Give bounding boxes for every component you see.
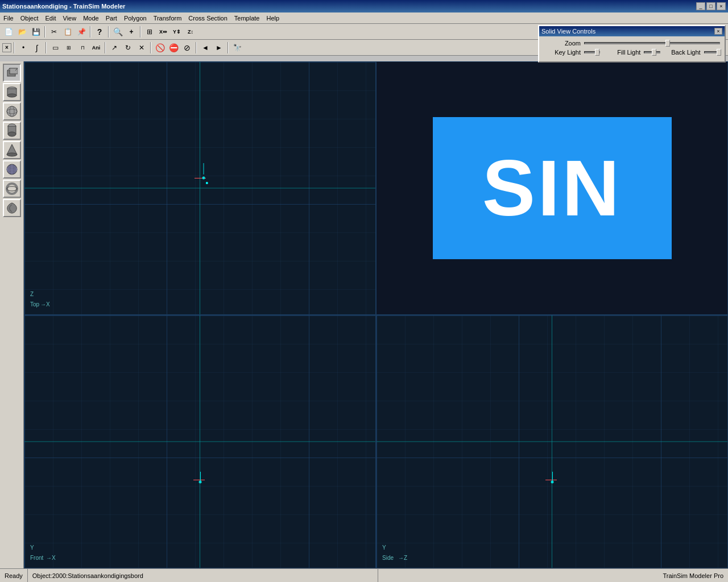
stop1-button[interactable]: 🚫 xyxy=(154,41,166,54)
snap-x-button[interactable]: X⇔ xyxy=(157,26,169,38)
window-controls: _ □ × xyxy=(696,2,726,10)
menu-transform[interactable]: Transform xyxy=(150,14,185,23)
prev-button[interactable]: ◄ xyxy=(199,41,212,54)
new-button[interactable]: 📄 xyxy=(2,26,15,38)
next-button[interactable]: ► xyxy=(213,41,225,54)
side-view-grid xyxy=(377,315,727,568)
key2-button[interactable]: ↻ xyxy=(122,41,134,54)
select-point-button[interactable]: • xyxy=(17,41,30,54)
viewport-top[interactable]: Z Top →X xyxy=(24,61,376,315)
key-light-slider[interactable] xyxy=(584,51,600,53)
svg-point-14 xyxy=(7,153,17,156)
animate-button[interactable]: Ani xyxy=(90,41,102,54)
side-origin-dot xyxy=(551,481,553,484)
key1-button[interactable]: ↗ xyxy=(108,41,121,54)
measure-button[interactable]: ⊞ xyxy=(63,41,75,54)
separator-3 xyxy=(108,26,109,38)
side-cross-h xyxy=(545,480,557,480)
shape-box-button[interactable] xyxy=(3,64,21,82)
top-view-x-axis: →X xyxy=(40,301,50,307)
solid-controls-close[interactable]: × xyxy=(714,28,722,35)
select-rect-button[interactable]: ▭ xyxy=(49,41,61,54)
minimize-button[interactable]: _ xyxy=(696,2,705,10)
paste-button[interactable]: 📌 xyxy=(75,26,88,38)
separator-2 xyxy=(90,26,91,38)
toolbar2-close[interactable]: × xyxy=(2,43,11,52)
svg-line-2 xyxy=(7,68,10,70)
menu-template[interactable]: Template xyxy=(231,14,263,23)
shape-shell-button[interactable] xyxy=(3,199,21,217)
menu-view[interactable]: View xyxy=(60,14,80,23)
copy-button[interactable]: 📋 xyxy=(61,26,74,38)
key3-button[interactable]: ✕ xyxy=(135,41,148,54)
save-button[interactable]: 💾 xyxy=(30,26,42,38)
grid-button[interactable]: ⊞ xyxy=(143,26,156,38)
menu-mode[interactable]: Mode xyxy=(80,14,102,23)
fill-light-slider[interactable] xyxy=(644,51,660,53)
front-cross-h xyxy=(193,480,205,480)
viewport-front[interactable]: Y Front →X xyxy=(24,315,376,568)
menu-file[interactable]: File xyxy=(0,14,17,23)
menu-help[interactable]: Help xyxy=(263,14,283,23)
fill-light-label: Fill Light xyxy=(603,49,640,56)
zoom-region-button[interactable]: 🔍 xyxy=(111,26,124,38)
normal-button[interactable]: ⊓ xyxy=(76,41,89,54)
status-bar: Ready Object:2000:Stationsaankondigingsb… xyxy=(0,568,728,582)
shape-globe-button[interactable] xyxy=(3,160,21,178)
shape-panel xyxy=(0,61,24,568)
origin-dot xyxy=(202,177,205,180)
menu-object[interactable]: Object xyxy=(17,14,42,23)
top-view-grid xyxy=(24,62,375,314)
shape-torus-button[interactable] xyxy=(3,180,21,198)
back-light-slider[interactable] xyxy=(704,51,720,53)
select-curve-button[interactable]: ∫ xyxy=(31,41,43,54)
shape-capsule-button[interactable] xyxy=(3,122,21,140)
cross-v xyxy=(203,163,204,174)
zoom-slider[interactable] xyxy=(584,42,720,44)
shape-sphere-button[interactable] xyxy=(3,102,21,120)
solid-controls-body: Zoom Key Light Fill Light Back Light xyxy=(539,36,725,61)
cylinder-icon xyxy=(6,85,18,99)
sphere-icon xyxy=(6,105,18,118)
top-view-label: Top xyxy=(30,301,39,307)
shape-cylinder-button[interactable] xyxy=(3,83,21,101)
key-light-slider-thumb[interactable] xyxy=(595,49,599,56)
snap-y-button[interactable]: Y⇕ xyxy=(171,26,183,38)
maximize-button[interactable]: □ xyxy=(706,2,715,10)
back-light-slider-thumb[interactable] xyxy=(717,49,721,56)
shell-icon xyxy=(6,202,18,214)
separator-4 xyxy=(140,26,141,38)
solid-controls-titlebar[interactable]: Solid View Controls × xyxy=(539,26,725,36)
main-viewport-area: Z Top →X SIN Y Fro xyxy=(24,61,728,568)
separator-1 xyxy=(44,26,46,38)
help-button[interactable]: ? xyxy=(93,26,106,38)
menu-part[interactable]: Part xyxy=(102,14,121,23)
menu-edit[interactable]: Edit xyxy=(42,14,60,23)
viewport-solid[interactable]: SIN xyxy=(376,61,728,315)
snap-z-button[interactable]: Z↕ xyxy=(184,26,197,38)
globe-icon xyxy=(6,163,18,176)
walk-button[interactable]: 🔭 xyxy=(231,41,243,54)
open-button[interactable]: 📂 xyxy=(16,26,28,38)
clear-button[interactable]: ⊘ xyxy=(181,41,193,54)
zoom-label: Zoom xyxy=(544,40,581,47)
fill-light-slider-thumb[interactable] xyxy=(652,49,656,56)
front-view-grid xyxy=(24,315,375,568)
zoom-slider-thumb[interactable] xyxy=(665,40,670,47)
menu-polygon[interactable]: Polygon xyxy=(121,14,150,23)
cut-button[interactable]: ✂ xyxy=(48,26,60,38)
close-button[interactable]: × xyxy=(717,2,726,10)
zoom-in-button[interactable]: + xyxy=(125,26,138,38)
viewport-side[interactable]: Y Side →Z xyxy=(376,315,728,568)
front-origin-dot xyxy=(198,481,201,484)
box-icon xyxy=(6,67,18,78)
title-bar: Stationsaankondiging - TrainSim Modeler … xyxy=(0,0,728,13)
menu-cross-section[interactable]: Cross Section xyxy=(185,14,230,23)
menu-bar: File Object Edit View Mode Part Polygon … xyxy=(0,13,728,24)
stop2-button[interactable]: ⛔ xyxy=(167,41,180,54)
sep-t2-1 xyxy=(14,42,15,53)
shape-cone-button[interactable] xyxy=(3,141,21,159)
svg-point-6 xyxy=(7,94,16,97)
key-light-control-row: Key Light Fill Light Back Light xyxy=(544,49,720,56)
sep-t2-3 xyxy=(105,42,106,53)
